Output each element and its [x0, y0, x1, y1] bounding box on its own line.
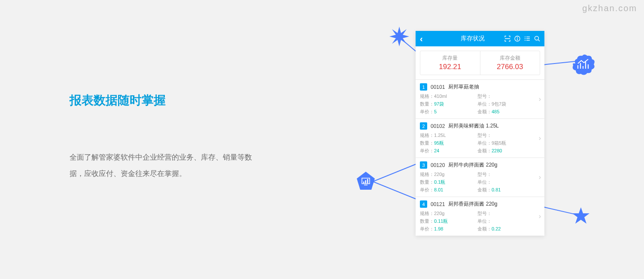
price-field: 单价：24: [420, 148, 477, 154]
item-name: 厨邦牛肉拌面酱 220g: [448, 161, 497, 169]
inventory-item[interactable]: 3 00120 厨邦牛肉拌面酱 220g 规格：220g 型号： 数量：0.1瓶…: [416, 158, 544, 197]
svg-point-13: [525, 38, 526, 39]
item-code: 00102: [431, 123, 445, 129]
item-code: 00101: [431, 84, 445, 90]
svg-rect-12: [526, 36, 530, 37]
model-field: 型号：: [477, 132, 535, 139]
price-field: 单价：1.98: [420, 226, 477, 232]
qty-field: 数量：0.1瓶: [420, 179, 477, 185]
connector-line: [372, 163, 419, 182]
chevron-right-icon: ›: [539, 212, 541, 220]
stock-amount-stat[interactable]: 库存金额 2766.03: [480, 51, 540, 75]
svg-point-11: [525, 36, 526, 37]
item-details: 规格：220g 型号： 数量：0.1瓶 单位： 单价：8.01 金额：0.81: [420, 171, 535, 193]
back-button[interactable]: ‹: [420, 34, 428, 44]
svg-rect-3: [363, 182, 365, 183]
model-field: 型号：: [477, 210, 535, 217]
spec-field: 规格：220g: [420, 171, 477, 178]
svg-rect-4: [365, 180, 367, 183]
item-name: 厨邦香菇拌面酱 220g: [448, 200, 497, 208]
svg-rect-14: [526, 38, 530, 39]
monitor-chart-icon: [355, 171, 376, 191]
item-details: 规格：1.25L 型号： 数量：95瓶 单位：9箱5瓶 单价：24 金额：228…: [420, 132, 535, 154]
svg-marker-0: [389, 27, 409, 46]
search-icon[interactable]: [534, 36, 540, 42]
star-icon: [571, 206, 591, 226]
inventory-item[interactable]: 4 00121 厨邦香菇拌面酱 220g 规格：220g 型号： 数量：0.11…: [416, 197, 544, 236]
inventory-list: 1 00101 厨邦草菇老抽 规格：410ml 型号： 数量：97袋 单位：9包…: [416, 79, 544, 236]
stock-qty-label: 库存量: [420, 55, 480, 62]
model-field: 型号：: [477, 171, 535, 178]
spec-field: 规格：410ml: [420, 93, 477, 100]
item-number-badge: 3: [420, 161, 427, 169]
header-actions: [504, 36, 540, 42]
phone-mockup: ‹ 库存状况 库存量 192.21 库存金额 2766.03: [416, 31, 544, 236]
unit-field: 单位：9箱5瓶: [477, 140, 535, 146]
item-number-badge: 1: [420, 83, 427, 91]
phone-header: ‹ 库存状况: [416, 31, 544, 46]
item-header: 3 00120 厨邦牛肉拌面酱 220g: [420, 161, 535, 169]
unit-field: 单位：9包7袋: [477, 101, 535, 107]
model-field: 型号：: [477, 93, 535, 100]
qty-field: 数量：97袋: [420, 101, 477, 107]
svg-rect-5: [367, 179, 368, 183]
chevron-right-icon: ›: [539, 134, 541, 142]
connector-line: [372, 181, 419, 200]
list-icon[interactable]: [524, 36, 530, 42]
svg-rect-16: [526, 40, 530, 40]
item-number-badge: 4: [420, 200, 427, 208]
stock-quantity-stat[interactable]: 库存量 192.21: [420, 51, 480, 75]
svg-point-17: [535, 36, 538, 40]
svg-marker-7: [572, 207, 589, 224]
item-name: 厨邦草菇老抽: [448, 83, 479, 91]
qty-field: 数量：0.11瓶: [420, 218, 477, 224]
amount-field: 金额：0.81: [477, 187, 535, 193]
spec-field: 规格：220g: [420, 210, 477, 217]
price-field: 单价：5: [420, 109, 477, 115]
marketing-text-block: 报表数据随时掌握 全面了解管家婆软件中企业经营的业务、库存、销量等数据，应收应付…: [70, 92, 258, 182]
price-field: 单价：8.01: [420, 187, 477, 193]
item-code: 00120: [431, 162, 445, 168]
unit-field: 单位：: [477, 218, 535, 224]
watermark: gkzhan.com: [582, 3, 637, 13]
item-code: 00121: [431, 201, 445, 207]
inventory-item[interactable]: 1 00101 厨邦草菇老抽 规格：410ml 型号： 数量：97袋 单位：9包…: [416, 79, 544, 118]
spec-field: 规格：1.25L: [420, 132, 477, 139]
scan-icon[interactable]: [504, 36, 510, 42]
amount-field: 金额：2280: [477, 148, 535, 154]
starburst-icon: [389, 26, 410, 47]
item-name: 厨邦美味鲜酱油 1.25L: [448, 122, 498, 130]
summary-card: 库存量 192.21 库存金额 2766.03: [420, 51, 540, 75]
item-header: 2 00102 厨邦美味鲜酱油 1.25L: [420, 122, 535, 130]
stock-amount-value: 2766.03: [480, 63, 540, 71]
amount-field: 金额：0.22: [477, 226, 535, 232]
chevron-right-icon: ›: [539, 173, 541, 181]
svg-rect-10: [517, 38, 517, 40]
description: 全面了解管家婆软件中企业经营的业务、库存、销量等数据，应收应付、资金往来尽在掌握…: [70, 149, 258, 182]
svg-line-18: [538, 40, 540, 42]
item-details: 规格：410ml 型号： 数量：97袋 单位：9包7袋 单价：5 金额：485: [420, 93, 535, 115]
svg-point-9: [517, 37, 518, 38]
item-number-badge: 2: [420, 122, 427, 130]
item-header: 4 00121 厨邦香菇拌面酱 220g: [420, 200, 535, 208]
inventory-item[interactable]: 2 00102 厨邦美味鲜酱油 1.25L 规格：1.25L 型号： 数量：95…: [416, 118, 544, 158]
cloud-chart-icon: [570, 52, 597, 79]
qty-field: 数量：95瓶: [420, 140, 477, 146]
svg-point-15: [525, 40, 526, 41]
stock-amount-label: 库存金额: [480, 55, 540, 62]
unit-field: 单位：: [477, 179, 535, 185]
heading: 报表数据随时掌握: [70, 92, 258, 109]
stock-qty-value: 192.21: [420, 63, 480, 71]
amount-field: 金额：485: [477, 109, 535, 115]
page-title: 库存状况: [428, 35, 504, 42]
chevron-right-icon: ›: [539, 95, 541, 103]
info-icon[interactable]: [514, 36, 520, 42]
item-details: 规格：220g 型号： 数量：0.11瓶 单位： 单价：1.98 金额：0.22: [420, 210, 535, 232]
item-header: 1 00101 厨邦草菇老抽: [420, 83, 535, 91]
